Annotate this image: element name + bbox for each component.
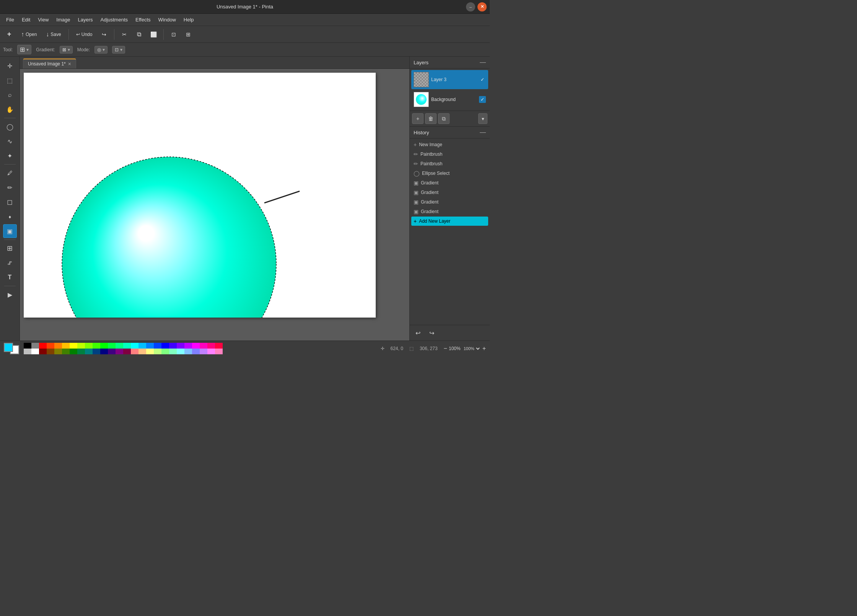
layer-visibility-background[interactable]: ✓ [479, 96, 486, 103]
palette-swatch[interactable] [47, 343, 54, 349]
palette-swatch[interactable] [62, 343, 70, 349]
palette-swatch[interactable] [93, 343, 100, 349]
palette-swatch[interactable] [123, 343, 131, 349]
tool-rect-select[interactable]: ⬚ [3, 73, 17, 87]
palette-swatch[interactable] [192, 343, 200, 349]
new-button[interactable]: + [3, 28, 15, 41]
history-gradient3[interactable]: ▣ Gradient [411, 197, 488, 207]
palette-swatch[interactable] [184, 343, 192, 349]
palette-swatch[interactable] [100, 343, 108, 349]
palette-swatch[interactable] [200, 349, 207, 354]
history-undo-button[interactable]: ↩ [412, 328, 424, 338]
palette-swatch[interactable] [215, 349, 223, 354]
crop-button[interactable]: ⊡ [168, 28, 180, 41]
zoom-out-button[interactable]: − [444, 345, 447, 352]
zoom-dropdown[interactable]: 100% 200% 50% 25% [462, 346, 481, 351]
palette-swatch[interactable] [85, 343, 93, 349]
menu-layers[interactable]: Layers [75, 15, 96, 24]
layers-collapse-button[interactable]: — [480, 59, 486, 66]
menu-effects[interactable]: Effects [132, 15, 154, 24]
tool-shapes[interactable]: ⊞ [3, 241, 17, 255]
tool-magic-wand[interactable]: ✦ [3, 149, 17, 163]
menu-adjustments[interactable]: Adjustments [97, 15, 131, 24]
palette-swatch[interactable] [31, 343, 39, 349]
history-paintbrush2[interactable]: ✏ Paintbrush [411, 159, 488, 168]
palette-swatch[interactable] [77, 349, 85, 354]
menu-file[interactable]: File [3, 15, 17, 24]
history-ellipse-select[interactable]: ◯ Ellipse Select [411, 169, 488, 178]
layer-more-button[interactable]: ▾ [478, 113, 487, 124]
palette-swatch[interactable] [47, 349, 54, 354]
palette-swatch[interactable] [39, 349, 47, 354]
palette-swatch[interactable] [161, 343, 169, 349]
palette-swatch[interactable] [85, 349, 93, 354]
color-indicators[interactable] [4, 343, 19, 354]
menu-help[interactable]: Help [181, 15, 197, 24]
palette-swatch[interactable] [39, 343, 47, 349]
add-layer-button[interactable]: + [412, 113, 424, 124]
tool-fill[interactable]: ⬧ [3, 210, 17, 223]
menu-edit[interactable]: Edit [19, 15, 33, 24]
tool-move[interactable]: ✛ [3, 59, 17, 73]
tab-close-button[interactable]: × [68, 61, 71, 67]
history-redo-button[interactable]: ↪ [426, 328, 437, 338]
duplicate-layer-button[interactable]: ⧉ [438, 113, 450, 124]
main-canvas[interactable] [24, 73, 376, 318]
palette-swatch[interactable] [138, 343, 146, 349]
palette-swatch[interactable] [131, 349, 138, 354]
palette-swatch[interactable] [154, 343, 161, 349]
palette-swatch[interactable] [169, 349, 177, 354]
palette-swatch[interactable] [24, 343, 31, 349]
palette-swatch[interactable] [93, 349, 100, 354]
palette-swatch[interactable] [100, 349, 108, 354]
extra-dropdown[interactable]: ⊡ ▾ [112, 46, 125, 54]
history-collapse-button[interactable]: — [480, 129, 486, 136]
gradient-dropdown[interactable]: ⊠ ▾ [60, 46, 73, 54]
layer-item-layer3[interactable]: Layer 3 ✓ [411, 70, 488, 89]
close-button[interactable]: ✕ [477, 2, 487, 11]
palette-swatch[interactable] [200, 343, 207, 349]
palette-swatch[interactable] [161, 349, 169, 354]
cut-button[interactable]: ✂ [118, 28, 130, 41]
paste-button[interactable]: ⬜ [147, 28, 160, 41]
zoom-in-button[interactable]: + [482, 345, 486, 352]
layer-item-background[interactable]: Background ✓ [411, 90, 488, 109]
layer-visibility-layer3[interactable]: ✓ [479, 76, 486, 83]
canvas-tab[interactable]: Unsaved Image 1* × [23, 59, 76, 68]
menu-window[interactable]: Window [155, 15, 179, 24]
palette-swatch[interactable] [70, 343, 77, 349]
history-gradient1[interactable]: ▣ Gradient [411, 178, 488, 187]
palette-swatch[interactable] [116, 343, 123, 349]
select-button[interactable]: ⊞ [182, 28, 194, 41]
palette-swatch[interactable] [146, 349, 154, 354]
history-gradient2[interactable]: ▣ Gradient [411, 188, 488, 197]
tool-text[interactable]: T [3, 271, 17, 284]
copy-button[interactable]: ⧉ [133, 28, 145, 41]
palette-swatch[interactable] [207, 343, 215, 349]
palette-swatch[interactable] [215, 343, 223, 349]
palette-swatch[interactable] [184, 349, 192, 354]
palette-swatch[interactable] [31, 349, 39, 354]
tool-gradient[interactable]: ▣ [3, 224, 17, 238]
tool-color-pick2[interactable]: 🖇 [3, 256, 17, 270]
palette-swatch[interactable] [116, 349, 123, 354]
palette-swatch[interactable] [154, 349, 161, 354]
menu-view[interactable]: View [35, 15, 52, 24]
mode-dropdown[interactable]: ◎ ▾ [94, 46, 108, 54]
palette-swatch[interactable] [77, 343, 85, 349]
palette-swatch[interactable] [108, 343, 116, 349]
tool-ellipse-select[interactable]: ◯ [3, 120, 17, 134]
palette-swatch[interactable] [177, 349, 184, 354]
palette-swatch[interactable] [177, 343, 184, 349]
tool-zoom[interactable]: ⌕ [3, 88, 17, 102]
tool-lasso[interactable]: ∿ [3, 134, 17, 148]
palette-swatch[interactable] [146, 343, 154, 349]
palette-swatch[interactable] [207, 349, 215, 354]
tool-pencil[interactable]: ✏ [3, 181, 17, 194]
palette-swatch[interactable] [54, 343, 62, 349]
palette-swatch[interactable] [62, 349, 70, 354]
tool-expand[interactable]: ▶ [3, 288, 17, 301]
history-new-image[interactable]: + New Image [411, 140, 488, 149]
menu-image[interactable]: Image [53, 15, 73, 24]
palette-swatch[interactable] [192, 349, 200, 354]
